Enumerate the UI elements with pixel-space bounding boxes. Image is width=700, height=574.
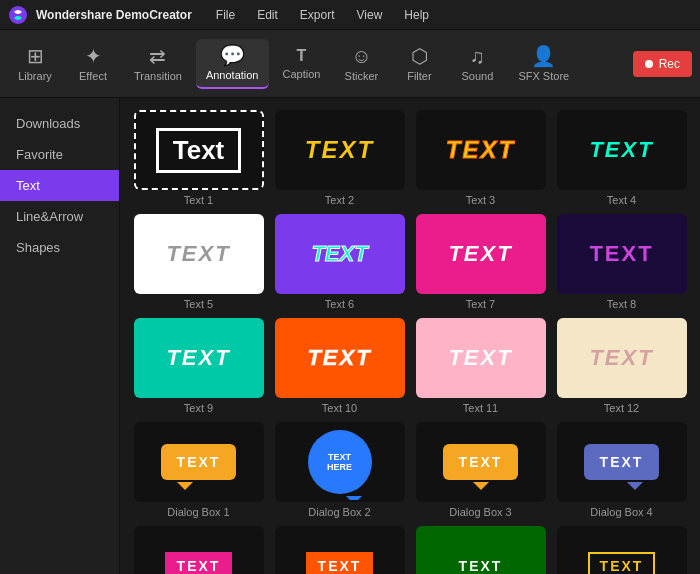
list-item[interactable]: TEXT Dialog Box 4 xyxy=(555,422,688,518)
sound-icon: ♫ xyxy=(470,46,485,66)
list-item[interactable]: TEXT Text 7 xyxy=(414,214,547,310)
library-icon: ⊞ xyxy=(27,46,44,66)
menu-file[interactable]: File xyxy=(212,6,239,24)
list-item[interactable]: TEXT Text 9 xyxy=(132,318,265,414)
list-item[interactable]: TEXT Text 10 xyxy=(273,318,406,414)
list-item[interactable]: TEXT Text 2 xyxy=(273,110,406,206)
menu-edit[interactable]: Edit xyxy=(253,6,282,24)
text-effects-grid: Text Text 1 TEXT Text 2 TEXT Text 3 xyxy=(132,110,688,574)
tool-sound[interactable]: ♫ Sound xyxy=(450,40,504,88)
text-effect-label: Text 7 xyxy=(466,298,495,310)
tool-filter[interactable]: ⬡ Filter xyxy=(392,40,446,88)
tool-library[interactable]: ⊞ Library xyxy=(8,40,62,88)
text-effect-preview: TEXT xyxy=(307,345,371,371)
dialog-bubble: TEXT xyxy=(161,444,237,480)
text-effect-preview: TEXT xyxy=(589,241,653,267)
text-effect-label: Text 8 xyxy=(607,298,636,310)
text-effect-thumb: TEXT xyxy=(557,318,687,398)
text-effect-preview: TEXT xyxy=(166,241,230,267)
sidebar-item-downloads[interactable]: Downloads xyxy=(0,108,119,139)
text-effect-label: Text 5 xyxy=(184,298,213,310)
rec-button[interactable]: Rec xyxy=(633,51,692,77)
text-effect-preview: TEXT xyxy=(588,552,656,574)
dialog-box-thumb: TEXT xyxy=(557,422,687,502)
dialog-label: Dialog Box 3 xyxy=(449,506,511,518)
text-effect-thumb: TEXT xyxy=(275,318,405,398)
main-area: Downloads Favorite Text Line&Arrow Shape… xyxy=(0,98,700,574)
list-item[interactable]: TEXT xyxy=(414,526,547,574)
menu-help[interactable]: Help xyxy=(400,6,433,24)
tool-caption[interactable]: T Caption xyxy=(273,42,331,86)
rec-dot xyxy=(645,60,653,68)
sidebar-item-shapes[interactable]: Shapes xyxy=(0,232,119,263)
list-item[interactable]: Text Text 1 xyxy=(132,110,265,206)
effect-icon: ✦ xyxy=(85,46,102,66)
list-item[interactable]: TEXT Text 6 xyxy=(273,214,406,310)
text-effect-thumb: TEXT xyxy=(416,318,546,398)
sidebar-item-linearrow[interactable]: Line&Arrow xyxy=(0,201,119,232)
text-effect-thumb: TEXT xyxy=(134,214,264,294)
sidebar: Downloads Favorite Text Line&Arrow Shape… xyxy=(0,98,120,574)
tool-transition[interactable]: ⇄ Transition xyxy=(124,40,192,88)
dialog-label: Dialog Box 4 xyxy=(590,506,652,518)
dialog-box-thumb: TEXT HERE xyxy=(275,422,405,502)
rec-label: Rec xyxy=(659,57,680,71)
text-effect-preview: TEXT xyxy=(446,136,515,164)
text-effect-preview: TEXT xyxy=(311,241,367,267)
text-effect-thumb: TEXT xyxy=(275,214,405,294)
list-item[interactable]: TEXT Text 11 xyxy=(414,318,547,414)
text-effect-thumb: TEXT xyxy=(557,110,687,190)
text-effect-thumb: TEXT xyxy=(134,318,264,398)
toolbar: ⊞ Library ✦ Effect ⇄ Transition 💬 Annota… xyxy=(0,30,700,98)
sticker-icon: ☺ xyxy=(351,46,371,66)
text-effect-label: Text 3 xyxy=(466,194,495,206)
list-item[interactable]: TEXT Dialog Box 1 xyxy=(132,422,265,518)
text-effect-preview: TEXT xyxy=(448,345,512,371)
sidebar-item-text[interactable]: Text xyxy=(0,170,119,201)
text-effect-thumb: TEXT xyxy=(557,526,687,574)
dialog-text: TEXT xyxy=(600,454,644,470)
text-effect-preview: TEXT xyxy=(448,241,512,267)
list-item[interactable]: TEXT Text 8 xyxy=(555,214,688,310)
dialog-label: Dialog Box 2 xyxy=(308,506,370,518)
tool-filter-label: Filter xyxy=(407,70,431,82)
list-item[interactable]: TEXT xyxy=(273,526,406,574)
menu-export[interactable]: Export xyxy=(296,6,339,24)
menu-bar: File Edit Export View Help xyxy=(212,6,433,24)
text-effect-thumb: TEXT xyxy=(275,526,405,574)
sfxstore-icon: 👤 xyxy=(531,46,556,66)
list-item[interactable]: TEXT Text 12 xyxy=(555,318,688,414)
text-effect-label: Text 10 xyxy=(322,402,357,414)
text-effect-thumb: TEXT xyxy=(416,110,546,190)
text-effect-preview: TEXT xyxy=(589,137,653,163)
text-effect-thumb: TEXT xyxy=(416,214,546,294)
filter-icon: ⬡ xyxy=(411,46,428,66)
caption-icon: T xyxy=(297,48,307,64)
text-effect-thumb: Text xyxy=(134,110,264,190)
list-item[interactable]: TEXT xyxy=(132,526,265,574)
tool-sfxstore-label: SFX Store xyxy=(518,70,569,82)
dialog-text: TEXT xyxy=(177,454,221,470)
text-effect-preview: TEXT xyxy=(306,552,374,574)
list-item[interactable]: TEXT HERE Dialog Box 2 xyxy=(273,422,406,518)
tool-effect[interactable]: ✦ Effect xyxy=(66,40,120,88)
list-item[interactable]: TEXT Text 3 xyxy=(414,110,547,206)
list-item[interactable]: TEXT Text 4 xyxy=(555,110,688,206)
text-effect-label: Text 2 xyxy=(325,194,354,206)
tool-caption-label: Caption xyxy=(283,68,321,80)
text-effect-preview: TEXT xyxy=(459,558,503,574)
tool-library-label: Library xyxy=(18,70,52,82)
tool-transition-label: Transition xyxy=(134,70,182,82)
menu-view[interactable]: View xyxy=(353,6,387,24)
sidebar-item-favorite[interactable]: Favorite xyxy=(0,139,119,170)
list-item[interactable]: TEXT xyxy=(555,526,688,574)
tool-sfxstore[interactable]: 👤 SFX Store xyxy=(508,40,579,88)
list-item[interactable]: TEXT Dialog Box 3 xyxy=(414,422,547,518)
text-effect-thumb: TEXT xyxy=(134,526,264,574)
list-item[interactable]: TEXT Text 5 xyxy=(132,214,265,310)
dialog-text: TEXT xyxy=(459,454,503,470)
dialog-box-thumb: TEXT xyxy=(416,422,546,502)
tool-sticker[interactable]: ☺ Sticker xyxy=(334,40,388,88)
tool-annotation[interactable]: 💬 Annotation xyxy=(196,39,269,89)
dialog-bubble: TEXT xyxy=(584,444,660,480)
